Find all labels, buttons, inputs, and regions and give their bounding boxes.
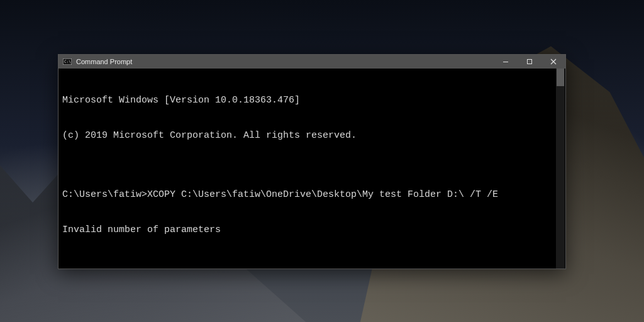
minimize-button[interactable] <box>494 55 518 69</box>
scroll-thumb[interactable] <box>557 69 564 86</box>
svg-rect-2 <box>503 62 508 62</box>
titlebar[interactable]: C:\ Command Prompt <box>58 55 565 69</box>
cmd-icon: C:\ <box>62 58 72 65</box>
banner-line: Microsoft Windows [Version 10.0.18363.47… <box>62 95 562 107</box>
prompt-text: C:\Users\fatiw> <box>62 189 147 200</box>
banner-line: (c) 2019 Microsoft Corporation. All righ… <box>62 130 562 142</box>
close-button[interactable] <box>541 55 565 69</box>
maximize-button[interactable] <box>518 55 541 69</box>
window-title: Command Prompt <box>76 58 132 65</box>
svg-text:C:\: C:\ <box>64 59 71 64</box>
command-prompt-window: C:\ Command Prompt Microsoft Windows [Ve… <box>58 54 566 269</box>
command-line: C:\Users\fatiw>XCOPY C:\Users\fatiw\OneD… <box>62 189 562 201</box>
vertical-scrollbar[interactable] <box>556 69 565 269</box>
terminal-output-area[interactable]: Microsoft Windows [Version 10.0.18363.47… <box>58 69 565 269</box>
command-output: Invalid number of parameters <box>62 225 562 236</box>
svg-rect-3 <box>528 60 532 64</box>
command-input: XCOPY C:\Users\fatiw\OneDrive\Desktop\My… <box>147 189 498 200</box>
